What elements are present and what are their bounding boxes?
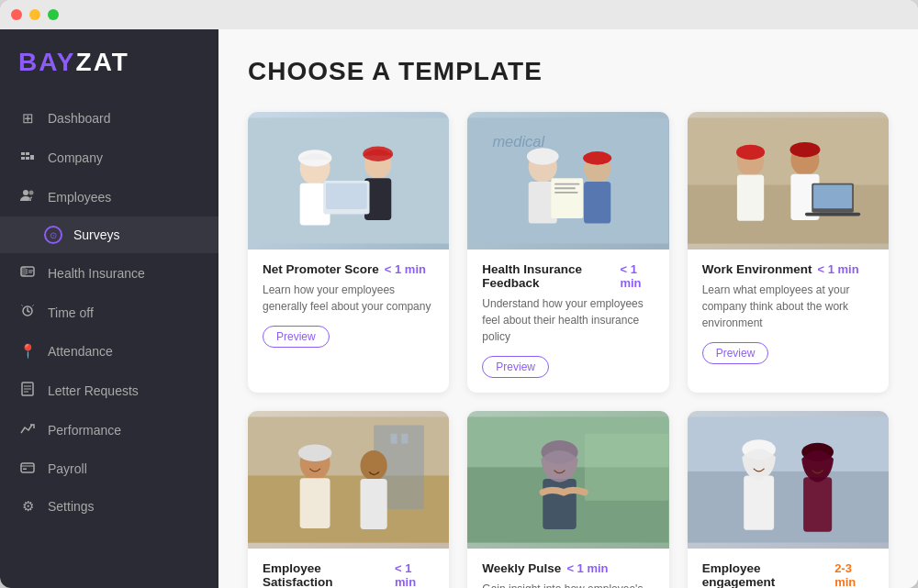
dashboard-icon: ⊞ xyxy=(18,110,37,127)
svg-point-5 xyxy=(23,190,28,195)
template-card-weekly-pulse[interactable]: Weekly Pulse < 1 min Gain insight into h… xyxy=(467,411,668,588)
svg-rect-17 xyxy=(21,463,34,472)
svg-point-36 xyxy=(583,151,611,165)
performance-icon xyxy=(18,421,37,438)
titlebar xyxy=(0,0,918,29)
svg-rect-69 xyxy=(688,472,889,543)
svg-point-60 xyxy=(360,450,386,481)
card-title-work: Work Environment xyxy=(702,262,812,276)
svg-rect-2 xyxy=(21,157,25,160)
svg-rect-3 xyxy=(26,157,29,160)
card-time-pulse: < 1 min xyxy=(566,561,608,575)
card-title-pulse: Weekly Pulse xyxy=(482,561,561,575)
svg-rect-4 xyxy=(30,155,34,160)
svg-rect-58 xyxy=(300,478,330,528)
svg-rect-28 xyxy=(326,183,367,209)
card-desc-pulse: Gain insight into how employee's morale … xyxy=(482,581,654,588)
svg-rect-55 xyxy=(390,434,397,444)
sidebar-item-payroll[interactable]: Payroll xyxy=(0,449,218,487)
attendance-icon: 📍 xyxy=(18,343,37,360)
svg-rect-39 xyxy=(554,187,576,189)
card-time-work: < 1 min xyxy=(817,262,858,276)
svg-rect-19 xyxy=(23,469,27,471)
maximize-button[interactable] xyxy=(48,9,59,20)
card-image-pulse xyxy=(467,411,668,549)
card-title-satisfaction: Employee Satisfaction xyxy=(263,561,389,588)
card-time-nps: < 1 min xyxy=(385,262,426,276)
card-time-engagement: 2-3 min xyxy=(834,561,874,588)
settings-icon: ⚙ xyxy=(18,498,37,515)
sidebar-item-settings[interactable]: ⚙ Settings xyxy=(0,487,218,526)
template-card-employee-engagement[interactable]: Employee engagement 2-3 min Learn how co… xyxy=(688,411,889,588)
svg-point-48 xyxy=(789,142,820,157)
svg-rect-0 xyxy=(21,152,25,155)
templates-grid: Net Promoter Score < 1 min Learn how you… xyxy=(248,112,889,588)
svg-rect-40 xyxy=(554,192,578,194)
card-title-health: Health Insurance Feedback xyxy=(482,262,614,290)
sidebar-item-attendance[interactable]: 📍 Attendance xyxy=(0,332,218,371)
svg-rect-38 xyxy=(554,183,579,185)
sidebar-item-surveys[interactable]: ⊙ Surveys xyxy=(0,216,218,253)
employees-icon xyxy=(18,188,37,205)
card-desc-nps: Learn how your employees generally feel … xyxy=(263,282,434,315)
svg-rect-74 xyxy=(803,477,832,531)
card-title-nps: Net Promoter Score xyxy=(263,262,379,276)
letter-requests-icon xyxy=(18,382,37,399)
svg-rect-8 xyxy=(21,267,26,276)
svg-point-45 xyxy=(736,145,765,160)
card-time-satisfaction: < 1 min xyxy=(395,561,434,588)
health-insurance-icon xyxy=(18,264,37,282)
svg-rect-1 xyxy=(26,152,29,155)
sidebar-item-company[interactable]: Company xyxy=(0,138,218,177)
svg-point-6 xyxy=(29,191,34,195)
template-card-work-environment[interactable]: Work Environment < 1 min Learn what empl… xyxy=(688,112,889,393)
close-button[interactable] xyxy=(11,9,22,20)
template-card-employee-satisfaction[interactable]: Employee Satisfaction < 1 min Measure ho… xyxy=(248,411,449,588)
svg-rect-35 xyxy=(584,182,610,224)
sidebar-item-health-insurance[interactable]: Health Insurance xyxy=(0,253,218,293)
card-image-satisfaction xyxy=(248,411,449,549)
svg-rect-66 xyxy=(543,479,577,529)
svg-rect-50 xyxy=(813,185,852,209)
svg-rect-61 xyxy=(360,479,386,529)
app-window: BAYZAT ⊞ Dashboard Company Employees ⊙ xyxy=(0,0,918,588)
svg-rect-51 xyxy=(805,213,860,216)
time-off-icon xyxy=(18,304,37,321)
card-desc-work: Learn what employees at your company thi… xyxy=(702,282,874,331)
surveys-icon: ⊙ xyxy=(44,226,62,244)
card-image-work xyxy=(688,112,889,250)
card-image-nps xyxy=(248,112,449,250)
sidebar-item-performance[interactable]: Performance xyxy=(0,410,218,449)
logo: BAYZAT xyxy=(0,48,218,99)
svg-rect-56 xyxy=(401,434,408,444)
sidebar-item-employees[interactable]: Employees xyxy=(0,177,218,216)
template-card-health-insurance[interactable]: medical xyxy=(467,112,668,393)
card-time-health: < 1 min xyxy=(620,262,654,290)
preview-button-health[interactable]: Preview xyxy=(482,356,549,378)
preview-button-work[interactable]: Preview xyxy=(702,342,769,364)
svg-rect-44 xyxy=(737,175,764,221)
main-content: CHOOSE A TEMPLATE xyxy=(218,29,918,588)
svg-rect-64 xyxy=(585,434,668,501)
svg-rect-71 xyxy=(744,475,774,529)
page-title: CHOOSE A TEMPLATE xyxy=(248,57,889,86)
svg-point-33 xyxy=(527,148,559,164)
svg-point-59 xyxy=(298,445,332,461)
minimize-button[interactable] xyxy=(29,9,40,20)
preview-button-nps[interactable]: Preview xyxy=(263,326,330,348)
card-image-engagement xyxy=(688,411,889,549)
card-title-engagement: Employee engagement xyxy=(702,561,829,588)
svg-text:medical: medical xyxy=(493,133,546,150)
card-image-health: medical xyxy=(467,112,668,250)
template-card-net-promoter-score[interactable]: Net Promoter Score < 1 min Learn how you… xyxy=(248,112,449,393)
sidebar-item-letter-requests[interactable]: Letter Requests xyxy=(0,371,218,410)
company-icon xyxy=(18,149,37,166)
sidebar-item-dashboard[interactable]: ⊞ Dashboard xyxy=(0,99,218,138)
sidebar-item-time-off[interactable]: Time off xyxy=(0,293,218,332)
payroll-icon xyxy=(18,460,37,476)
sidebar: BAYZAT ⊞ Dashboard Company Employees ⊙ xyxy=(0,29,218,588)
card-desc-health: Understand how your employees feel about… xyxy=(482,295,654,345)
